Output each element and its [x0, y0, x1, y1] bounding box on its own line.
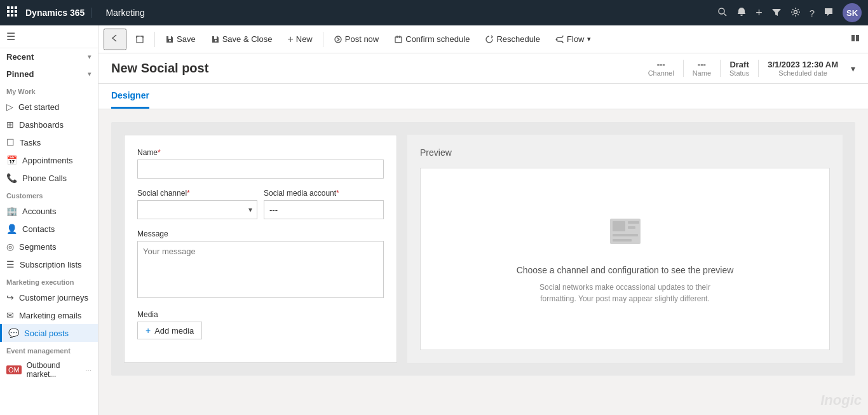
- apps-menu-icon[interactable]: [6, 6, 18, 20]
- svg-rect-4: [11, 10, 13, 13]
- sidebar-item-segments[interactable]: ◎ Segments: [0, 238, 98, 255]
- svg-line-10: [724, 13, 727, 16]
- svg-rect-1: [11, 6, 13, 9]
- top-navigation: Dynamics 365 Marketing + ? SK: [0, 0, 868, 25]
- sidebar-item-tasks[interactable]: ☐ Tasks: [0, 133, 98, 151]
- customers-group-label: Customers: [0, 187, 98, 202]
- preview-inner: Choose a channel and configuration to se…: [420, 168, 830, 350]
- help-icon[interactable]: ?: [810, 8, 815, 18]
- message-field-label: Message: [137, 229, 384, 238]
- event-mgmt-group-label: Event management: [0, 342, 98, 357]
- svg-rect-6: [7, 14, 10, 17]
- save-close-button[interactable]: Save & Close: [205, 31, 279, 47]
- chat-icon[interactable]: [824, 7, 834, 19]
- add-icon[interactable]: +: [756, 6, 763, 20]
- social-channel-label: Social channel*: [137, 189, 257, 198]
- sidebar-item-phone-calls[interactable]: 📞 Phone Calls: [0, 169, 98, 187]
- social-channel-select[interactable]: [137, 200, 257, 219]
- post-now-button[interactable]: Post now: [327, 31, 385, 47]
- get-started-icon: ▷: [6, 102, 13, 112]
- flow-button[interactable]: Flow ▾: [549, 31, 597, 47]
- social-channel-field-group: Social channel* ▾: [137, 189, 257, 219]
- svg-rect-0: [7, 6, 10, 9]
- tab-designer[interactable]: Designer: [111, 84, 149, 109]
- tasks-icon: ☐: [6, 137, 15, 147]
- record-button[interactable]: [848, 31, 863, 48]
- social-posts-icon: 💬: [8, 328, 19, 338]
- filter-icon[interactable]: [771, 7, 782, 19]
- new-button[interactable]: + New: [281, 31, 318, 48]
- media-field-label: Media: [137, 310, 384, 319]
- contacts-icon: 👤: [6, 224, 17, 234]
- user-avatar[interactable]: SK: [843, 3, 862, 22]
- command-bar: Save Save & Close + New Post now Confirm…: [98, 25, 868, 53]
- sidebar-item-social-posts[interactable]: 💬 Social posts: [0, 324, 98, 342]
- meta-status: Draft Status: [721, 60, 759, 77]
- form-area: Name* Social channel*: [98, 109, 868, 415]
- name-input[interactable]: [137, 160, 384, 179]
- svg-rect-14: [395, 37, 402, 43]
- outbound-icon: OM: [6, 365, 22, 374]
- form-left-panel: Name* Social channel*: [124, 135, 397, 363]
- reschedule-button[interactable]: Reschedule: [478, 31, 546, 47]
- channel-label: Channel: [648, 69, 674, 77]
- meta-channel: --- Channel: [639, 60, 684, 77]
- sidebar-pinned-toggle[interactable]: Pinned ▾: [0, 65, 98, 83]
- appointments-icon: 📅: [6, 155, 17, 165]
- scheduled-date-label: Scheduled date: [778, 69, 827, 77]
- svg-rect-5: [15, 10, 17, 13]
- sidebar-item-outbound[interactable]: OM Outbound market... ⋯: [0, 357, 98, 383]
- channel-value: ---: [657, 60, 665, 69]
- hamburger-menu[interactable]: ☰: [0, 25, 98, 48]
- settings-icon[interactable]: [790, 7, 801, 19]
- name-field-group: Name*: [137, 148, 384, 179]
- add-media-button[interactable]: + Add media: [137, 322, 202, 339]
- back-button[interactable]: [104, 29, 126, 50]
- scheduled-date-value: 3/1/2023 12:30 AM: [768, 60, 838, 69]
- sidebar-item-appointments[interactable]: 📅 Appointments: [0, 151, 98, 169]
- svg-rect-18: [851, 35, 855, 41]
- media-field-group: Media + Add media: [137, 310, 384, 339]
- header-chevron-icon[interactable]: ▾: [847, 64, 855, 74]
- svg-point-13: [335, 36, 341, 43]
- subscription-lists-icon: ☰: [6, 259, 15, 269]
- name-field-label: Name*: [137, 148, 384, 157]
- sidebar-item-marketing-emails[interactable]: ✉ Marketing emails: [0, 306, 98, 324]
- sidebar-item-dashboards[interactable]: ⊞ Dashboards: [0, 116, 98, 133]
- svg-point-9: [719, 8, 724, 14]
- notification-icon[interactable]: [736, 7, 747, 19]
- add-media-plus-icon: +: [146, 325, 151, 336]
- svg-point-17: [556, 38, 558, 40]
- sidebar-item-contacts[interactable]: 👤 Contacts: [0, 220, 98, 238]
- sidebar-item-customer-journeys[interactable]: ↪ Customer journeys: [0, 289, 98, 306]
- svg-rect-7: [11, 14, 13, 17]
- preview-description: Social networks make occassional updates…: [536, 282, 714, 304]
- sidebar-item-accounts[interactable]: 🏢 Accounts: [0, 202, 98, 220]
- confirm-schedule-button[interactable]: Confirm schedule: [388, 31, 476, 47]
- social-media-account-input[interactable]: [264, 200, 384, 219]
- save-button[interactable]: Save: [159, 31, 202, 47]
- module-name: Marketing: [99, 8, 144, 18]
- svg-rect-23: [628, 226, 635, 229]
- search-icon[interactable]: [717, 7, 728, 19]
- svg-rect-25: [613, 239, 632, 242]
- preview-placeholder-icon: [607, 214, 643, 255]
- sidebar-item-subscription-lists[interactable]: ☰ Subscription lists: [0, 255, 98, 273]
- sidebar: ☰ Recent ▾ Pinned ▾ My Work ▷ Get starte…: [0, 25, 98, 415]
- social-channel-select-wrap: ▾: [137, 200, 257, 219]
- dashboards-icon: ⊞: [6, 119, 14, 130]
- svg-point-11: [794, 10, 797, 13]
- sidebar-recent-toggle[interactable]: Recent ▾: [0, 48, 98, 65]
- message-textarea[interactable]: [137, 241, 384, 298]
- open-record-button[interactable]: [129, 32, 151, 47]
- form-container: Name* Social channel*: [111, 122, 855, 376]
- page-title: New Social post: [111, 61, 208, 76]
- preview-title: Choose a channel and configuration to se…: [517, 265, 734, 275]
- preview-panel: Preview Choose a ch: [407, 135, 843, 363]
- phone-calls-icon: 📞: [6, 173, 17, 183]
- marketing-exec-group-label: Marketing execution: [0, 273, 98, 289]
- preview-label: Preview: [420, 147, 452, 158]
- svg-rect-19: [856, 35, 859, 41]
- social-media-account-field-group: Social media account*: [264, 189, 384, 219]
- sidebar-item-get-started[interactable]: ▷ Get started: [0, 98, 98, 116]
